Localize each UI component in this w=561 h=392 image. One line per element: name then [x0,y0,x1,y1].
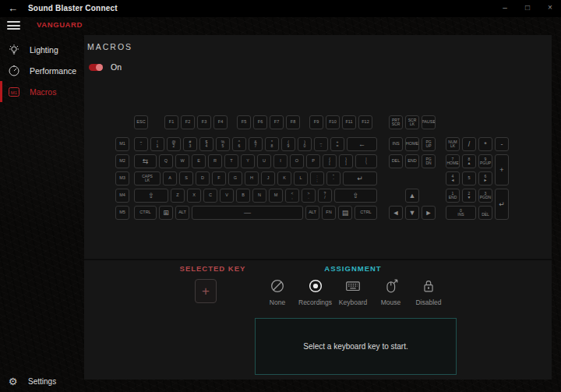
key-tab[interactable]: ⇆ [134,154,157,168]
key-2[interactable]: @2 [167,137,181,151]
key-0[interactable]: )0 [298,137,312,151]
key-f3[interactable]: F3 [197,115,211,129]
key-7[interactable]: &7 [249,137,263,151]
key-arrow-right[interactable]: ► [422,206,436,220]
sidebar-item-macros[interactable]: M1 Macros [0,81,84,102]
key-np4[interactable]: 4◄ [446,171,460,185]
key-n[interactable]: N [252,189,266,203]
key-i[interactable]: I [273,154,288,168]
key-t[interactable]: T [224,154,238,168]
key-f7[interactable]: F7 [270,115,284,129]
key-arrow-up[interactable]: ▲ [405,189,419,203]
key-j[interactable]: J [261,171,275,185]
key-ins[interactable]: INS [389,137,403,151]
key-f10[interactable]: F10 [326,115,340,129]
key-shift-right[interactable]: ⇧ [334,189,377,203]
key-period[interactable]: >. [302,189,316,203]
key-esc[interactable]: ESC [134,115,148,129]
key-np5[interactable]: 5 [462,171,476,185]
key-enter[interactable]: ↵ [343,171,377,185]
key-np6[interactable]: 6► [478,171,492,185]
key-f6[interactable]: F6 [253,115,267,129]
key-np2[interactable]: 2▼ [462,189,476,203]
key-m2[interactable]: M2 [115,154,129,168]
key-arrow-down[interactable]: ▼ [405,206,419,220]
key-m1[interactable]: M1 [115,137,129,151]
key-9[interactable]: (9 [281,137,295,151]
key-f2[interactable]: F2 [181,115,195,129]
key-equals[interactable]: += [330,137,344,151]
key-alt-left[interactable]: ALT [175,206,189,220]
key-f4[interactable]: F4 [213,115,228,129]
key-backtick[interactable]: ~` [134,137,148,151]
key-8[interactable]: *8 [265,137,279,151]
key-b[interactable]: B [236,189,250,203]
assignment-keyboard[interactable]: Keyboard [336,277,370,306]
key-4[interactable]: $4 [199,137,213,151]
key-pause[interactable]: PAUSE [422,115,436,129]
key-f1[interactable]: F1 [164,115,178,129]
key-semicolon[interactable]: :; [310,171,324,185]
key-m[interactable]: M [269,189,283,203]
key-s[interactable]: S [179,171,193,185]
key-lbracket[interactable]: {[ [323,154,337,168]
key-m3[interactable]: M3 [115,171,129,185]
key-f11[interactable]: F11 [342,115,356,129]
key-3[interactable]: #3 [183,137,197,151]
key-ctrl-left[interactable]: CTRL [134,206,157,220]
key-c[interactable]: C [203,189,217,203]
key-del[interactable]: DEL [389,154,403,168]
key-np1[interactable]: 1END [446,189,460,203]
key-np8[interactable]: 8▲ [462,154,476,168]
menu-icon[interactable] [7,21,20,30]
key-y[interactable]: Y [241,154,255,168]
key-6[interactable]: ^6 [232,137,246,151]
assignment-disabled[interactable]: Disabled [411,277,446,306]
close-button[interactable]: × [544,2,556,14]
key-alt-right[interactable]: ALT [305,206,319,220]
key-x[interactable]: X [187,189,201,203]
key-ctrl-right[interactable]: CTRL [355,206,377,220]
back-button[interactable]: ← [8,2,18,15]
key-backslash[interactable]: |\ [355,154,377,168]
key-o[interactable]: O [290,154,304,168]
macros-toggle[interactable] [89,64,103,71]
key-np-plus[interactable]: + [495,154,509,185]
key-rbracket[interactable]: }] [339,154,353,168]
assignment-recordings[interactable]: Recordings [298,277,333,306]
key-np3[interactable]: 3PGDN [478,189,492,203]
key-w[interactable]: W [175,154,189,168]
key-f9[interactable]: F9 [309,115,323,129]
key-np0[interactable]: 0INS [446,206,476,220]
key-1[interactable]: !1 [150,137,164,151]
key-h[interactable]: H [245,171,259,185]
key-pgdn[interactable]: PGDN [422,154,436,168]
key-f[interactable]: F [212,171,226,185]
key-slash[interactable]: ?/ [318,189,332,203]
key-arrow-left[interactable]: ◄ [389,206,403,220]
maximize-button[interactable]: □ [521,2,534,14]
key-np-multiply[interactable]: * [478,137,492,151]
key-end[interactable]: END [405,154,419,168]
key-np-divide[interactable]: / [462,137,476,151]
sidebar-item-settings[interactable]: ⚙ Settings [0,372,84,390]
key-np9[interactable]: 9PGUP [478,154,492,168]
key-np-minus[interactable]: - [495,137,509,151]
key-r[interactable]: R [208,154,222,168]
key-fn[interactable]: FN [322,206,336,220]
key-u[interactable]: U [257,154,271,168]
key-numlock[interactable]: NUMLK [446,137,460,151]
key-f8[interactable]: F8 [286,115,300,129]
key-5[interactable]: %5 [216,137,230,151]
key-win[interactable]: ⊞ [159,206,173,220]
assignment-mouse[interactable]: Mouse [374,277,408,306]
key-minus[interactable]: _- [314,137,328,151]
key-f5[interactable]: F5 [237,115,251,129]
key-pgup[interactable]: PGUP [422,137,436,151]
key-np7[interactable]: 7HOME [446,154,460,168]
key-shift-left[interactable]: ⇧ [134,189,168,203]
key-q[interactable]: Q [159,154,173,168]
key-menu[interactable]: ▤ [338,206,352,220]
key-m4[interactable]: M4 [115,189,129,203]
key-g[interactable]: G [228,171,242,185]
